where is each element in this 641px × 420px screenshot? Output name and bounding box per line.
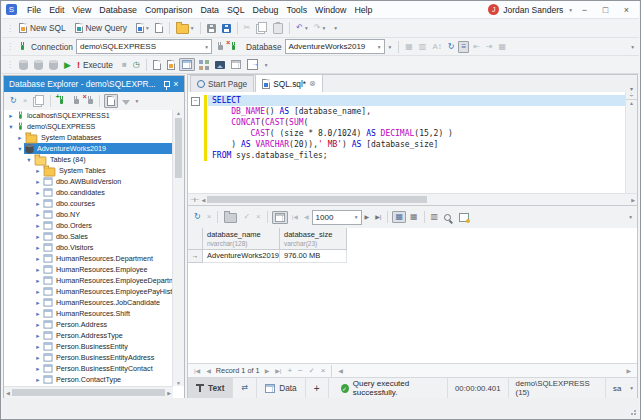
layout-columns-button[interactable] — [417, 42, 429, 52]
chevron-collapsed-icon[interactable]: ▸ — [34, 222, 42, 230]
tree-item[interactable]: ▸dbo.NY — [4, 209, 173, 220]
sql-code[interactable]: SELECT DB_NAME() AS [database_name], CON… — [212, 95, 625, 161]
chevron-collapsed-icon[interactable]: ▸ — [34, 233, 42, 241]
chevron-collapsed-icon[interactable]: ▸ — [34, 365, 42, 373]
split-view-button[interactable]: ⊣⊢ — [190, 196, 198, 203]
tree-item[interactable]: ▸Person.BusinessEntityAddress — [4, 352, 173, 363]
chevron-collapsed-icon[interactable]: ▸ — [34, 299, 42, 307]
chevron-collapsed-icon[interactable]: ▸ — [34, 178, 42, 186]
tree-item[interactable]: ▸dbo.Sales — [4, 231, 173, 242]
tree-item[interactable]: ▸Person.BusinessEntityContact — [4, 363, 173, 374]
tree-item[interactable]: ▸HumanResources.EmployeeDepartment — [4, 275, 173, 286]
open-result-button[interactable] — [222, 210, 239, 224]
menu-help[interactable]: Help — [350, 5, 376, 15]
chevron-collapsed-icon[interactable]: ▸ — [34, 211, 42, 219]
comment-button[interactable] — [497, 42, 509, 52]
chevron-collapsed-icon[interactable]: ▸ — [34, 255, 42, 263]
save-button[interactable] — [205, 23, 218, 34]
tree-item[interactable]: ▸dbo.candidates — [4, 187, 173, 198]
menu-tools[interactable]: Tools — [283, 5, 312, 15]
splitter-handle[interactable]: ÷ — [626, 92, 637, 100]
explorer-vertical-scrollbar[interactable] — [172, 110, 184, 386]
scroll-down-icon[interactable] — [176, 380, 181, 386]
tree-item[interactable]: ▸dbo.Orders — [4, 220, 173, 231]
tab-data-view[interactable]: Data — [257, 378, 306, 398]
chevron-collapsed-icon[interactable]: ▸ — [34, 244, 42, 252]
chevron-collapsed-icon[interactable]: ▸ — [34, 288, 42, 296]
chevron-collapsed-icon[interactable]: ▸ — [34, 277, 42, 285]
menu-sql[interactable]: SQL — [223, 5, 249, 15]
indent-decrease-button[interactable]: ⇤ — [471, 42, 482, 52]
table-cell[interactable]: 976.00 MB — [280, 250, 347, 263]
tree-item[interactable]: ▸HumanResources.Shift — [4, 308, 173, 319]
explorer-properties-button[interactable] — [31, 94, 46, 108]
chevron-collapsed-icon[interactable]: ▸ — [34, 376, 42, 384]
tree-item[interactable]: ▸HumanResources.Employee — [4, 264, 173, 275]
explorer-refresh-button[interactable] — [8, 96, 19, 106]
scroll-left-icon[interactable] — [335, 367, 346, 374]
scroll-right-icon[interactable] — [167, 390, 171, 396]
database-history-caret-icon[interactable] — [389, 44, 392, 50]
tree-item[interactable]: ▾demo\SQLEXPRESS — [4, 121, 173, 132]
export-data-button[interactable] — [245, 58, 260, 71]
user-avatar[interactable]: J — [488, 4, 499, 15]
code-line[interactable]: ) AS VARCHAR(20)),' MB') AS [database_si… — [212, 139, 625, 150]
first-page-button[interactable] — [290, 212, 300, 222]
menu-edit[interactable]: Edit — [45, 5, 68, 15]
chevron-collapsed-icon[interactable]: ▸ — [34, 354, 42, 362]
pin-icon[interactable] — [163, 80, 170, 89]
query-image-button[interactable] — [213, 59, 227, 70]
database-select[interactable]: AdventureWorks2019 — [285, 39, 385, 54]
export-plan-button[interactable] — [165, 59, 177, 71]
connection-select[interactable]: demo\SQLEXPRESS — [76, 39, 212, 54]
status-caret-icon[interactable] — [630, 385, 633, 391]
user-menu-caret-icon[interactable] — [569, 7, 572, 13]
execute-button[interactable]: ! Execute — [75, 59, 118, 71]
tree-item[interactable]: ▸Person.BusinessEntity — [4, 341, 173, 352]
menu-file[interactable]: File — [23, 5, 45, 15]
column-header-database_size[interactable]: database_sizevarchar(23) — [280, 228, 347, 250]
tree-item[interactable]: ▸dbo.Visitors — [4, 242, 173, 253]
database-tool-2-button[interactable] — [32, 59, 45, 71]
save-all-button[interactable] — [220, 23, 233, 34]
filter-button[interactable] — [120, 97, 132, 106]
code-line[interactable]: CONCAT(CAST(SUM( — [212, 117, 625, 128]
tree-item[interactable]: ▸dbo.AWBuildVersion — [4, 176, 173, 187]
code-collapse-icon[interactable]: − — [191, 97, 200, 106]
menu-view[interactable]: View — [68, 5, 95, 15]
commit-button[interactable] — [241, 212, 252, 222]
results-toolbar-caret-icon[interactable] — [629, 214, 632, 220]
menu-debug[interactable]: Debug — [249, 5, 283, 15]
tree-item[interactable]: ▸localhost\SQLEXPRESS1 — [4, 110, 173, 121]
new-document-button[interactable] — [134, 22, 151, 34]
next-record-icon[interactable] — [262, 367, 273, 374]
menu-data[interactable]: Data — [196, 5, 223, 15]
close-button[interactable]: × — [618, 5, 635, 15]
last-record-icon[interactable] — [272, 367, 284, 374]
layout-windows-button[interactable] — [197, 59, 211, 71]
key-info-button[interactable] — [457, 212, 471, 223]
database-tool-1-button[interactable] — [17, 59, 30, 71]
scroll-up-icon[interactable] — [176, 110, 181, 116]
chevron-collapsed-icon[interactable]: ▸ — [34, 167, 42, 175]
previous-page-button[interactable] — [302, 212, 311, 222]
chevron-collapsed-icon[interactable]: ▸ — [34, 266, 42, 274]
tree-item[interactable]: ▸System Databases — [4, 132, 173, 143]
explorer-title-bar[interactable]: Database Explorer - demo\SQLEXPR... × — [4, 76, 184, 92]
code-line[interactable]: DB_NAME() AS [database_name], — [212, 106, 625, 117]
code-line[interactable]: SELECT — [208, 95, 625, 106]
chevron-collapsed-icon[interactable]: ▸ — [34, 343, 42, 351]
new-query-button[interactable]: New Query — [73, 22, 133, 34]
refresh-button[interactable] — [446, 42, 457, 52]
tab-start-page[interactable]: Start Page — [190, 75, 254, 92]
chevron-collapsed-icon[interactable]: ▸ — [34, 321, 42, 329]
page-size-select[interactable]: 1000 — [312, 210, 362, 225]
rollback-button[interactable] — [254, 212, 263, 222]
chevron-collapsed-icon[interactable]: ▸ — [16, 134, 24, 142]
new-connection-button[interactable] — [55, 95, 67, 107]
column-header-database_name[interactable]: database_namenvarchar(128) — [203, 228, 280, 250]
disconnect-button[interactable] — [227, 41, 239, 53]
status-user[interactable]: sa — [605, 378, 628, 398]
next-page-button[interactable] — [363, 212, 372, 222]
minimize-button[interactable]: − — [576, 5, 593, 15]
